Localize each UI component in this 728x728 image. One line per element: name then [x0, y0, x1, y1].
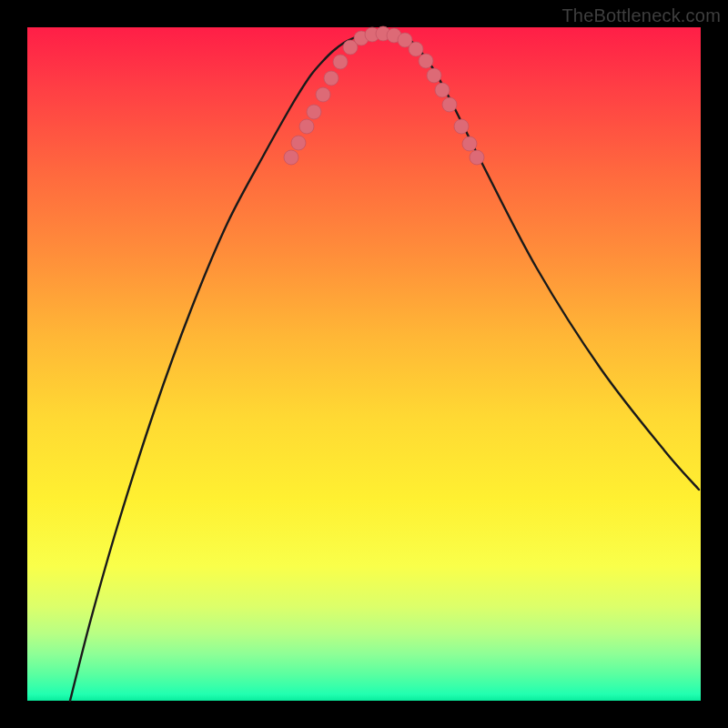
bead-point: [409, 42, 423, 56]
bead-point: [299, 119, 314, 134]
bead-point: [442, 97, 457, 112]
watermark-text: TheBottleneck.com: [561, 5, 721, 26]
bead-point: [419, 54, 433, 68]
bead-point: [316, 87, 330, 102]
bead-point: [291, 136, 306, 150]
bead-point: [454, 119, 469, 134]
bead-point: [324, 71, 339, 86]
bead-point: [427, 68, 441, 83]
bottleneck-curve: [70, 33, 699, 701]
bead-point: [470, 150, 484, 165]
bead-point: [333, 55, 348, 69]
bead-point: [435, 83, 450, 97]
bead-point: [307, 105, 321, 119]
bead-point: [284, 150, 298, 165]
bead-group: [284, 26, 484, 165]
plot-area: [27, 27, 701, 701]
curve-svg: [27, 27, 701, 701]
chart-frame: TheBottleneck.com: [0, 0, 728, 728]
bead-point: [462, 136, 477, 151]
